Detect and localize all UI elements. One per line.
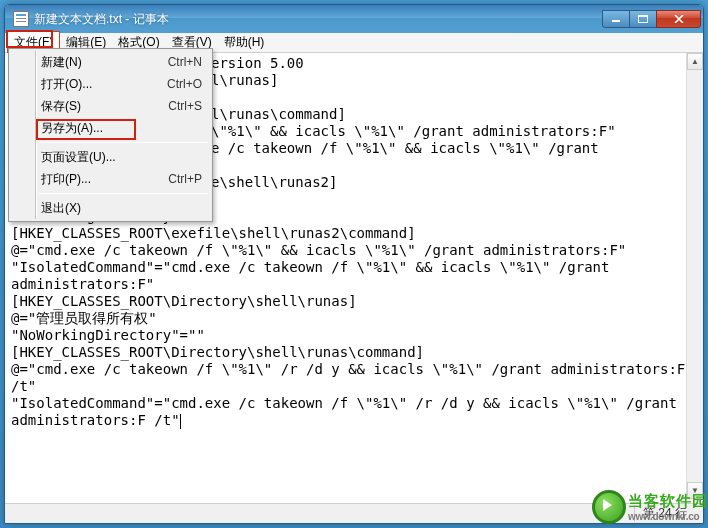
menu-item-label: 新建(N) — [41, 54, 168, 71]
menu-item-label: 保存(S) — [41, 98, 168, 115]
titlebar[interactable]: 新建文本文档.txt - 记事本 — [5, 5, 703, 33]
menu-item-saveas[interactable]: 另存为(A)... — [11, 117, 210, 139]
notepad-icon — [13, 11, 29, 27]
watermark-cn: 当客软件园 — [628, 492, 708, 511]
svg-rect-0 — [612, 20, 620, 22]
menu-item-shortcut: Ctrl+N — [168, 55, 206, 69]
menu-item-page-setup[interactable]: 页面设置(U)... — [11, 146, 210, 168]
watermark: 当客软件园 www.downkr.co — [592, 490, 708, 524]
menu-item-shortcut: Ctrl+P — [168, 172, 206, 186]
watermark-logo-icon — [592, 490, 626, 524]
maximize-button[interactable] — [629, 10, 657, 28]
watermark-text: 当客软件园 www.downkr.co — [628, 492, 708, 522]
text-caret — [180, 414, 181, 429]
menu-separator — [39, 142, 208, 143]
menu-item-print[interactable]: 打印(P)... Ctrl+P — [11, 168, 210, 190]
menu-item-save[interactable]: 保存(S) Ctrl+S — [11, 95, 210, 117]
file-menu-dropdown: 新建(N) Ctrl+N 打开(O)... Ctrl+O 保存(S) Ctrl+… — [8, 48, 213, 222]
menu-item-label: 页面设置(U)... — [41, 149, 202, 166]
vertical-scrollbar[interactable]: ▲ ▼ — [686, 53, 703, 499]
menu-item-label: 打印(P)... — [41, 171, 168, 188]
menu-separator — [39, 193, 208, 194]
menu-item-shortcut: Ctrl+S — [168, 99, 206, 113]
menu-item-open[interactable]: 打开(O)... Ctrl+O — [11, 73, 210, 95]
scroll-up-icon[interactable]: ▲ — [687, 53, 703, 70]
menu-item-new[interactable]: 新建(N) Ctrl+N — [11, 51, 210, 73]
menu-help[interactable]: 帮助(H) — [218, 32, 271, 53]
menu-item-shortcut: Ctrl+O — [167, 77, 206, 91]
window-buttons — [603, 10, 701, 28]
menu-item-exit[interactable]: 退出(X) — [11, 197, 210, 219]
close-button[interactable] — [656, 10, 701, 28]
window-title: 新建文本文档.txt - 记事本 — [34, 11, 603, 28]
menu-item-label: 打开(O)... — [41, 76, 167, 93]
svg-rect-2 — [638, 15, 648, 17]
watermark-en: www.downkr.co — [628, 511, 708, 522]
editor-body: "NoWorkingDirectory"="" [HKEY_CLASSES_RO… — [11, 208, 685, 428]
minimize-button[interactable] — [602, 10, 630, 28]
menu-item-label: 另存为(A)... — [41, 120, 202, 137]
menu-item-label: 退出(X) — [41, 200, 202, 217]
